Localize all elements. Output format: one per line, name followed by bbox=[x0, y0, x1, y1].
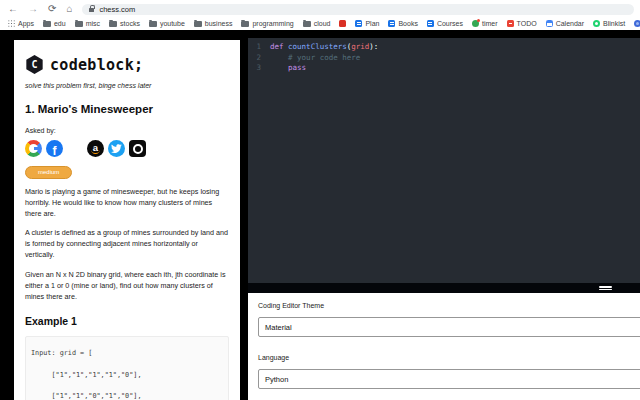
dot-badge-icon bbox=[129, 140, 146, 157]
bookmark-item[interactable]: Calendar bbox=[546, 20, 584, 27]
logo-text: codeblock; bbox=[50, 56, 143, 74]
browser-chrome: ← → ⟳ ⌂ chess.com Apps edumiscstocksyout… bbox=[0, 0, 640, 30]
problem-paragraphs: Mario is playing a game of minesweeper, … bbox=[25, 187, 229, 302]
twitter-icon bbox=[108, 140, 125, 157]
microsoft-icon bbox=[67, 141, 83, 157]
red-check-icon bbox=[507, 20, 514, 27]
bookmark-item[interactable]: Courses bbox=[427, 20, 463, 27]
theme-select[interactable]: Material bbox=[258, 317, 640, 337]
bookmark-folder[interactable]: edu bbox=[43, 20, 66, 27]
apps-grid-icon bbox=[8, 20, 15, 27]
bookmark-folder[interactable]: youtube bbox=[149, 20, 185, 27]
panel-divider bbox=[248, 283, 640, 293]
url-text: chess.com bbox=[99, 5, 135, 14]
editor-line: 3 pass bbox=[252, 63, 640, 74]
language-select[interactable]: Python bbox=[258, 369, 640, 389]
lock-icon[interactable] bbox=[89, 8, 94, 12]
problem-paragraph: A cluster is defined as a group of mines… bbox=[25, 228, 229, 261]
bookmark-item[interactable]: TODO bbox=[507, 20, 537, 27]
facebook-icon: f bbox=[46, 140, 63, 157]
folder-icon bbox=[194, 21, 202, 27]
red-square-icon bbox=[339, 20, 346, 27]
logo[interactable]: C codeblock; bbox=[25, 55, 229, 74]
line-number: 2 bbox=[252, 53, 261, 64]
settings-panel: Coding Editor Theme Material Language Py… bbox=[248, 293, 640, 400]
timer-icon bbox=[472, 20, 479, 27]
theme-label: Coding Editor Theme bbox=[258, 302, 640, 309]
folder-icon bbox=[109, 21, 117, 27]
problem-panel: C codeblock; solve this problem first, b… bbox=[14, 40, 240, 400]
bookmarks-bar: Apps edumiscstocksyoutubebusinessprogram… bbox=[0, 17, 640, 30]
panel-resize-handle-icon[interactable] bbox=[599, 285, 612, 291]
blue-lines-icon bbox=[388, 20, 395, 27]
folder-icon bbox=[241, 21, 249, 27]
blue-lines-icon bbox=[427, 20, 434, 27]
browser-nav-bar: ← → ⟳ ⌂ chess.com bbox=[0, 0, 640, 17]
problem-paragraph: Mario is playing a game of minesweeper, … bbox=[25, 187, 229, 220]
bookmark-folder[interactable]: stocks bbox=[109, 20, 140, 27]
company-icons: fa bbox=[25, 140, 229, 157]
blue-circle-icon bbox=[634, 20, 640, 27]
address-bar[interactable]: chess.com bbox=[82, 4, 634, 15]
example-heading: Example 1 bbox=[25, 315, 229, 327]
bookmark-folder[interactable]: cloud bbox=[303, 20, 331, 27]
bookmark-apps[interactable]: Apps bbox=[8, 20, 34, 27]
green-circle-icon bbox=[593, 20, 600, 27]
editor-line: 2 # your code here bbox=[252, 53, 640, 64]
example-code-line: ["1","1","0","1","0"], bbox=[31, 386, 223, 400]
amazon-icon: a bbox=[87, 140, 104, 157]
bookmark-folder[interactable]: business bbox=[194, 20, 233, 27]
bookmark-item[interactable]: Plan bbox=[355, 20, 379, 27]
example-code-line: Input: grid = [ bbox=[31, 343, 223, 365]
code-editor[interactable]: 1def countClusters(grid):2 # your code h… bbox=[248, 38, 640, 283]
folder-icon bbox=[75, 21, 83, 27]
right-region: 1def countClusters(grid):2 # your code h… bbox=[248, 30, 640, 400]
bookmark-item[interactable]: Blinkist bbox=[593, 20, 625, 27]
calendar-icon bbox=[546, 20, 553, 27]
google-icon bbox=[25, 140, 42, 157]
folder-icon bbox=[149, 21, 157, 27]
language-label: Language bbox=[258, 354, 640, 361]
forward-icon[interactable]: → bbox=[28, 4, 38, 14]
bookmark-folder[interactable]: misc bbox=[75, 20, 100, 27]
bookmark-item[interactable] bbox=[339, 20, 346, 27]
example-code-block: Input: grid = [ ["1","1","1","1","0"], [… bbox=[25, 336, 229, 400]
reload-icon[interactable]: ⟳ bbox=[48, 4, 56, 14]
back-icon[interactable]: ← bbox=[8, 4, 18, 14]
codeblock-logo-icon: C bbox=[25, 55, 44, 74]
problem-paragraph: Given an N x N 2D binary grid, where eac… bbox=[25, 270, 229, 303]
blue-lines-icon bbox=[355, 20, 362, 27]
problem-title: 1. Mario's Minesweeper bbox=[25, 103, 229, 115]
line-number: 3 bbox=[252, 63, 261, 74]
bookmark-item[interactable] bbox=[634, 20, 640, 27]
bookmark-label: Apps bbox=[18, 20, 34, 27]
home-icon[interactable]: ⌂ bbox=[66, 4, 72, 14]
asked-by-label: Asked by: bbox=[25, 127, 229, 134]
tagline: solve this problem first, binge chess la… bbox=[25, 82, 229, 89]
bookmark-item[interactable]: timer bbox=[472, 20, 498, 27]
editor-lines: 1def countClusters(grid):2 # your code h… bbox=[252, 42, 640, 74]
editor-line: 1def countClusters(grid): bbox=[252, 42, 640, 53]
bookmark-folder[interactable]: programming bbox=[241, 20, 293, 27]
example-code-line: ["1","1","1","1","0"], bbox=[31, 365, 223, 387]
folder-icon bbox=[303, 21, 311, 27]
folder-icon bbox=[43, 21, 51, 27]
line-number: 1 bbox=[252, 42, 261, 53]
bookmark-item[interactable]: Books bbox=[388, 20, 417, 27]
difficulty-badge: medium bbox=[25, 166, 72, 179]
